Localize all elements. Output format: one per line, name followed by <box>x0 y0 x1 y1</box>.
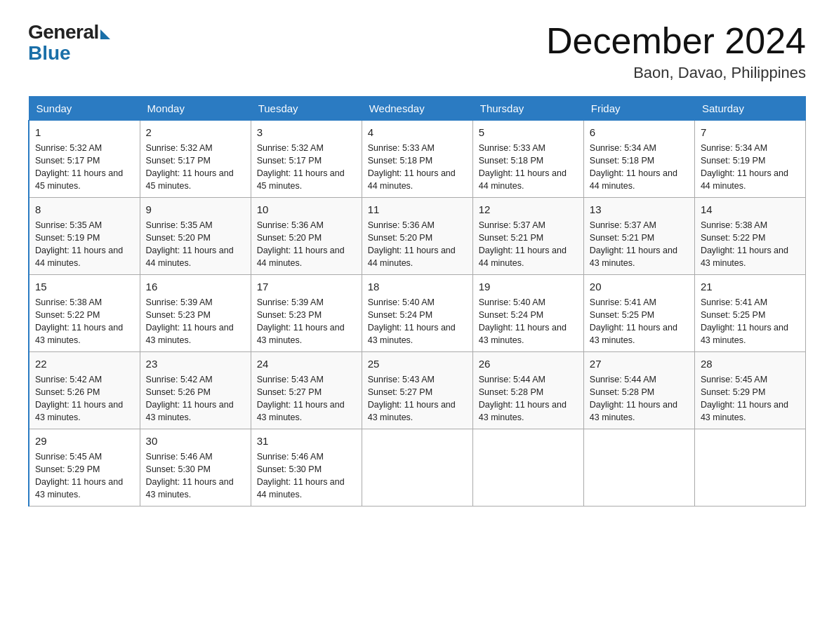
calendar-table: SundayMondayTuesdayWednesdayThursdayFrid… <box>28 96 806 507</box>
day-number: 30 <box>146 434 245 449</box>
day-info: Sunrise: 5:35 AMSunset: 5:19 PMDaylight:… <box>35 220 123 268</box>
day-info: Sunrise: 5:33 AMSunset: 5:18 PMDaylight:… <box>479 143 567 191</box>
day-number: 9 <box>146 202 245 217</box>
calendar-cell <box>472 429 583 507</box>
calendar-cell: 7 Sunrise: 5:34 AMSunset: 5:19 PMDayligh… <box>694 121 805 198</box>
day-number: 28 <box>701 356 800 372</box>
day-number: 24 <box>257 356 356 372</box>
calendar-cell: 5 Sunrise: 5:33 AMSunset: 5:18 PMDayligh… <box>472 121 583 198</box>
day-number: 2 <box>146 125 245 140</box>
day-number: 20 <box>590 279 689 295</box>
calendar-cell: 30 Sunrise: 5:46 AMSunset: 5:30 PMDaylig… <box>140 429 251 507</box>
day-number: 25 <box>368 356 467 372</box>
day-info: Sunrise: 5:40 AMSunset: 5:24 PMDaylight:… <box>368 297 456 345</box>
title-block: December 2024 Baon, Davao, Philippines <box>546 21 806 82</box>
day-number: 27 <box>590 356 689 372</box>
day-info: Sunrise: 5:44 AMSunset: 5:28 PMDaylight:… <box>590 375 677 422</box>
calendar-cell: 6 Sunrise: 5:34 AMSunset: 5:18 PMDayligh… <box>583 121 694 198</box>
calendar-cell: 29 Sunrise: 5:45 AMSunset: 5:29 PMDaylig… <box>29 429 140 507</box>
day-number: 16 <box>146 279 245 295</box>
calendar-cell: 18 Sunrise: 5:40 AMSunset: 5:24 PMDaylig… <box>362 275 472 352</box>
calendar-cell: 13 Sunrise: 5:37 AMSunset: 5:21 PMDaylig… <box>583 198 694 275</box>
day-info: Sunrise: 5:38 AMSunset: 5:22 PMDaylight:… <box>35 297 123 345</box>
day-number: 3 <box>257 125 356 140</box>
day-number: 26 <box>479 356 578 372</box>
day-info: Sunrise: 5:32 AMSunset: 5:17 PMDaylight:… <box>146 143 234 191</box>
calendar-cell: 26 Sunrise: 5:44 AMSunset: 5:28 PMDaylig… <box>472 352 583 429</box>
day-number: 13 <box>590 202 689 217</box>
location-title: Baon, Davao, Philippines <box>546 64 806 82</box>
day-number: 31 <box>257 434 356 449</box>
day-info: Sunrise: 5:41 AMSunset: 5:25 PMDaylight:… <box>701 297 788 345</box>
day-number: 4 <box>368 125 467 140</box>
day-info: Sunrise: 5:42 AMSunset: 5:26 PMDaylight:… <box>146 375 234 422</box>
day-number: 22 <box>35 356 134 372</box>
day-number: 18 <box>368 279 467 295</box>
day-number: 5 <box>479 125 578 140</box>
weekday-header-row: SundayMondayTuesdayWednesdayThursdayFrid… <box>29 97 806 121</box>
calendar-cell: 9 Sunrise: 5:35 AMSunset: 5:20 PMDayligh… <box>140 198 251 275</box>
calendar-cell: 17 Sunrise: 5:39 AMSunset: 5:23 PMDaylig… <box>251 275 362 352</box>
calendar-cell: 25 Sunrise: 5:43 AMSunset: 5:27 PMDaylig… <box>362 352 472 429</box>
calendar-cell: 23 Sunrise: 5:42 AMSunset: 5:26 PMDaylig… <box>140 352 251 429</box>
calendar-cell: 1 Sunrise: 5:32 AMSunset: 5:17 PMDayligh… <box>29 121 140 198</box>
calendar-week-row: 8 Sunrise: 5:35 AMSunset: 5:19 PMDayligh… <box>29 198 806 275</box>
calendar-cell: 8 Sunrise: 5:35 AMSunset: 5:19 PMDayligh… <box>29 198 140 275</box>
weekday-header-tuesday: Tuesday <box>251 97 362 121</box>
calendar-cell <box>362 429 472 507</box>
page-header: General Blue December 2024 Baon, Davao, … <box>28 21 806 82</box>
day-info: Sunrise: 5:33 AMSunset: 5:18 PMDaylight:… <box>368 143 456 191</box>
day-number: 19 <box>479 279 578 295</box>
logo: General Blue <box>28 21 110 63</box>
day-number: 15 <box>35 279 134 295</box>
calendar-cell <box>583 429 694 507</box>
day-number: 8 <box>35 202 134 217</box>
calendar-cell: 3 Sunrise: 5:32 AMSunset: 5:17 PMDayligh… <box>251 121 362 198</box>
day-info: Sunrise: 5:45 AMSunset: 5:29 PMDaylight:… <box>701 375 788 422</box>
day-info: Sunrise: 5:46 AMSunset: 5:30 PMDaylight:… <box>257 452 345 499</box>
calendar-cell: 2 Sunrise: 5:32 AMSunset: 5:17 PMDayligh… <box>140 121 251 198</box>
weekday-header-wednesday: Wednesday <box>362 97 472 121</box>
calendar-cell: 31 Sunrise: 5:46 AMSunset: 5:30 PMDaylig… <box>251 429 362 507</box>
day-number: 21 <box>701 279 800 295</box>
day-number: 29 <box>35 434 134 449</box>
calendar-week-row: 15 Sunrise: 5:38 AMSunset: 5:22 PMDaylig… <box>29 275 806 352</box>
weekday-header-thursday: Thursday <box>472 97 583 121</box>
day-number: 12 <box>479 202 578 217</box>
day-info: Sunrise: 5:46 AMSunset: 5:30 PMDaylight:… <box>146 452 234 499</box>
day-info: Sunrise: 5:45 AMSunset: 5:29 PMDaylight:… <box>35 452 123 499</box>
day-info: Sunrise: 5:36 AMSunset: 5:20 PMDaylight:… <box>257 220 345 268</box>
logo-general-text: General <box>28 21 99 43</box>
day-info: Sunrise: 5:36 AMSunset: 5:20 PMDaylight:… <box>368 220 456 268</box>
calendar-cell: 15 Sunrise: 5:38 AMSunset: 5:22 PMDaylig… <box>29 275 140 352</box>
day-info: Sunrise: 5:35 AMSunset: 5:20 PMDaylight:… <box>146 220 234 268</box>
day-info: Sunrise: 5:32 AMSunset: 5:17 PMDaylight:… <box>257 143 345 191</box>
weekday-header-friday: Friday <box>583 97 694 121</box>
calendar-cell: 11 Sunrise: 5:36 AMSunset: 5:20 PMDaylig… <box>362 198 472 275</box>
day-info: Sunrise: 5:37 AMSunset: 5:21 PMDaylight:… <box>590 220 677 268</box>
day-info: Sunrise: 5:42 AMSunset: 5:26 PMDaylight:… <box>35 375 123 422</box>
day-info: Sunrise: 5:34 AMSunset: 5:18 PMDaylight:… <box>590 143 677 191</box>
day-info: Sunrise: 5:38 AMSunset: 5:22 PMDaylight:… <box>701 220 788 268</box>
calendar-cell: 21 Sunrise: 5:41 AMSunset: 5:25 PMDaylig… <box>694 275 805 352</box>
calendar-week-row: 22 Sunrise: 5:42 AMSunset: 5:26 PMDaylig… <box>29 352 806 429</box>
weekday-header-monday: Monday <box>140 97 251 121</box>
calendar-cell <box>694 429 805 507</box>
calendar-cell: 22 Sunrise: 5:42 AMSunset: 5:26 PMDaylig… <box>29 352 140 429</box>
calendar-week-row: 29 Sunrise: 5:45 AMSunset: 5:29 PMDaylig… <box>29 429 806 507</box>
calendar-cell: 14 Sunrise: 5:38 AMSunset: 5:22 PMDaylig… <box>694 198 805 275</box>
day-number: 11 <box>368 202 467 217</box>
day-info: Sunrise: 5:43 AMSunset: 5:27 PMDaylight:… <box>257 375 345 422</box>
day-number: 23 <box>146 356 245 372</box>
calendar-cell: 20 Sunrise: 5:41 AMSunset: 5:25 PMDaylig… <box>583 275 694 352</box>
weekday-header-sunday: Sunday <box>29 97 140 121</box>
month-title: December 2024 <box>546 21 806 61</box>
calendar-cell: 27 Sunrise: 5:44 AMSunset: 5:28 PMDaylig… <box>583 352 694 429</box>
day-info: Sunrise: 5:37 AMSunset: 5:21 PMDaylight:… <box>479 220 567 268</box>
logo-triangle-icon <box>100 29 110 39</box>
day-info: Sunrise: 5:39 AMSunset: 5:23 PMDaylight:… <box>146 297 234 345</box>
day-number: 10 <box>257 202 356 217</box>
day-info: Sunrise: 5:34 AMSunset: 5:19 PMDaylight:… <box>701 143 788 191</box>
weekday-header-saturday: Saturday <box>694 97 805 121</box>
day-info: Sunrise: 5:32 AMSunset: 5:17 PMDaylight:… <box>35 143 123 191</box>
